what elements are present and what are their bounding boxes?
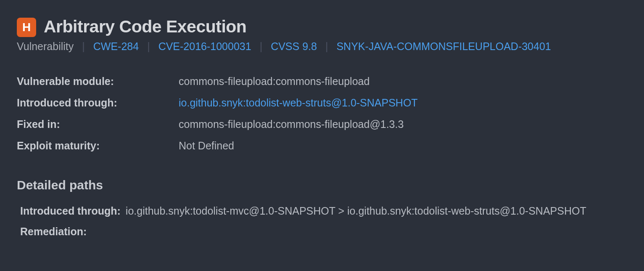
detail-row-fixed-in: Fixed in: commons-fileupload:commons-fil…: [17, 118, 627, 130]
divider: |: [325, 40, 328, 53]
vulnerability-type-label: Vulnerability: [17, 40, 74, 53]
path-key: Remediation:: [20, 226, 87, 238]
vulnerability-header: H Arbitrary Code Execution: [17, 16, 627, 37]
path-row-remediation: Remediation:: [17, 226, 627, 238]
path-value: io.github.snyk:todolist-mvc@1.0-SNAPSHOT…: [126, 205, 586, 217]
detail-value: commons-fileupload:commons-fileupload@1.…: [179, 118, 404, 130]
path-row-introduced: Introduced through: io.github.snyk:todol…: [17, 205, 627, 217]
divider: |: [260, 40, 263, 53]
detail-row-exploit-maturity: Exploit maturity: Not Defined: [17, 140, 627, 152]
detail-row-vulnerable-module: Vulnerable module: commons-fileupload:co…: [17, 75, 627, 88]
detail-row-introduced-through: Introduced through: io.github.snyk:todol…: [17, 97, 627, 109]
detailed-paths-heading: Detailed paths: [17, 178, 627, 192]
severity-badge-high: H: [17, 18, 36, 37]
detail-value: commons-fileupload:commons-fileupload: [179, 75, 370, 88]
vulnerability-meta-row: Vulnerability | CWE-284 | CVE-2016-10000…: [17, 40, 627, 53]
cwe-link[interactable]: CWE-284: [93, 40, 139, 53]
cvss-link[interactable]: CVSS 9.8: [271, 40, 317, 53]
path-key: Introduced through:: [20, 205, 121, 217]
introduced-through-link[interactable]: io.github.snyk:todolist-web-struts@1.0-S…: [179, 97, 418, 109]
detail-key: Introduced through:: [17, 97, 179, 109]
detail-key: Fixed in:: [17, 118, 179, 130]
detail-key: Exploit maturity:: [17, 140, 179, 152]
divider: |: [147, 40, 150, 53]
detail-key: Vulnerable module:: [17, 75, 179, 88]
vulnerability-details: Vulnerable module: commons-fileupload:co…: [17, 75, 627, 152]
snyk-id-link[interactable]: SNYK-JAVA-COMMONSFILEUPLOAD-30401: [336, 40, 551, 53]
cve-link[interactable]: CVE-2016-1000031: [158, 40, 251, 53]
detail-value: Not Defined: [179, 140, 234, 152]
vulnerability-title: Arbitrary Code Execution: [44, 17, 246, 37]
divider: |: [82, 40, 85, 53]
